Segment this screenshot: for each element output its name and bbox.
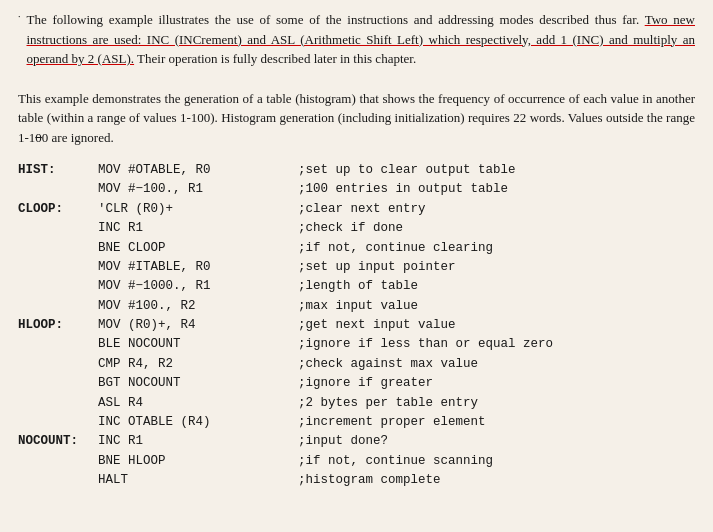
code-instruction: 'CLR (R0)+ (98, 200, 298, 219)
code-instruction: HALT (98, 471, 298, 490)
bullet-section: · The following example illustrates the … (18, 10, 695, 79)
code-comment: ;ignore if less than or equal zero (298, 335, 695, 354)
code-instruction: MOV #ITABLE, R0 (98, 258, 298, 277)
table-row: ASL R4 ;2 bytes per table entry (18, 394, 695, 413)
table-row: BLE NOCOUNT ;ignore if less than or equa… (18, 335, 695, 354)
code-instruction: MOV #−100., R1 (98, 180, 298, 199)
code-comment: ;histogram complete (298, 471, 695, 490)
code-label: HIST: (18, 161, 98, 180)
code-instruction: CMP R4, R2 (98, 355, 298, 374)
table-row: NOCOUNT: INC R1 ;input done? (18, 432, 695, 451)
code-section: HIST: MOV #OTABLE, R0 ;set up to clear o… (18, 161, 695, 490)
table-row: BGT NOCOUNT ;ignore if greater (18, 374, 695, 393)
code-instruction: BGT NOCOUNT (98, 374, 298, 393)
code-comment: ;max input value (298, 297, 695, 316)
code-instruction: MOV #−1000., R1 (98, 277, 298, 296)
code-instruction: MOV (R0)+, R4 (98, 316, 298, 335)
code-instruction: BNE CLOOP (98, 239, 298, 258)
page-content: · The following example illustrates the … (18, 10, 695, 490)
code-label: CLOOP: (18, 200, 98, 219)
code-comment: ;if not, continue clearing (298, 239, 695, 258)
code-label: NOCOUNT: (18, 432, 98, 451)
table-row: CMP R4, R2 ;check against max value (18, 355, 695, 374)
code-instruction: ASL R4 (98, 394, 298, 413)
code-instruction: BLE NOCOUNT (98, 335, 298, 354)
code-instruction: BNE HLOOP (98, 452, 298, 471)
code-instruction: MOV #100., R2 (98, 297, 298, 316)
table-row: BNE HLOOP ;if not, continue scanning (18, 452, 695, 471)
table-row: MOV #−100., R1 ;100 entries in output ta… (18, 180, 695, 199)
code-comment: ;get next input value (298, 316, 695, 335)
code-instruction: MOV #OTABLE, R0 (98, 161, 298, 180)
code-comment: ;set up input pointer (298, 258, 695, 277)
code-comment: ;input done? (298, 432, 695, 451)
table-row: MOV #−1000., R1 ;length of table (18, 277, 695, 296)
table-row: HLOOP: MOV (R0)+, R4 ;get next input val… (18, 316, 695, 335)
code-comment: ;check against max value (298, 355, 695, 374)
highlighted-text: Two new instructions are used: INC (INCr… (27, 12, 696, 66)
code-comment: ;ignore if greater (298, 374, 695, 393)
code-comment: ;increment proper element (298, 413, 695, 432)
code-comment: ;set up to clear output table (298, 161, 695, 180)
code-label: HLOOP: (18, 316, 98, 335)
table-row: MOV #ITABLE, R0 ;set up input pointer (18, 258, 695, 277)
table-row: MOV #100., R2 ;max input value (18, 297, 695, 316)
code-comment: ;100 entries in output table (298, 180, 695, 199)
code-comment: ;2 bytes per table entry (298, 394, 695, 413)
table-row: BNE CLOOP ;if not, continue clearing (18, 239, 695, 258)
code-comment: ;check if done (298, 219, 695, 238)
code-comment: ;clear next entry (298, 200, 695, 219)
table-row: HALT ;histogram complete (18, 471, 695, 490)
table-row: CLOOP: 'CLR (R0)+ ;clear next entry (18, 200, 695, 219)
bullet-point: · (18, 11, 21, 22)
code-comment: ;length of table (298, 277, 695, 296)
code-comment: ;if not, continue scanning (298, 452, 695, 471)
description-paragraph: This example demonstrates the generation… (18, 89, 695, 148)
intro-paragraph: The following example illustrates the us… (27, 10, 696, 69)
code-instruction: INC R1 (98, 219, 298, 238)
table-row: INC OTABLE (R4) ;increment proper elemen… (18, 413, 695, 432)
code-instruction: INC OTABLE (R4) (98, 413, 298, 432)
code-instruction: INC R1 (98, 432, 298, 451)
table-row: INC R1 ;check if done (18, 219, 695, 238)
table-row: HIST: MOV #OTABLE, R0 ;set up to clear o… (18, 161, 695, 180)
